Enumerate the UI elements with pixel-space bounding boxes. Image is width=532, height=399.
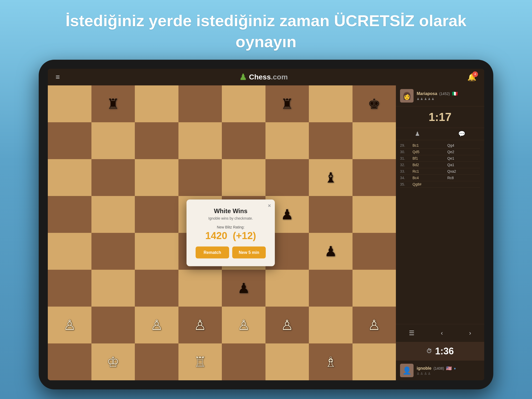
square-2-3[interactable]	[178, 159, 222, 196]
player-name: ignoble	[417, 366, 431, 371]
square-3-7[interactable]	[353, 196, 396, 233]
square-2-6[interactable]: ♝	[309, 159, 353, 196]
move-black: Rc8	[447, 176, 480, 180]
square-0-6[interactable]	[309, 85, 353, 122]
player-diamond-icon: ♦	[454, 366, 456, 370]
square-0-2[interactable]	[135, 85, 178, 122]
square-2-4[interactable]	[222, 159, 265, 196]
square-7-6[interactable]: ♗	[309, 343, 353, 380]
square-2-1[interactable]	[91, 159, 135, 196]
square-3-2[interactable]	[135, 196, 178, 233]
square-1-4[interactable]	[222, 122, 265, 159]
move-row[interactable]: 35. Qg8#	[400, 181, 480, 188]
move-row[interactable]: 33. Rc1 Qxa2	[400, 168, 480, 175]
square-1-6[interactable]	[309, 122, 353, 159]
square-0-5[interactable]: ♜	[265, 85, 309, 122]
moves-tab-icon[interactable]: ♟	[415, 131, 420, 137]
square-5-2[interactable]	[135, 270, 178, 307]
square-5-4[interactable]: ♟	[222, 270, 265, 307]
popup-close-button[interactable]: ×	[268, 203, 271, 209]
prev-move-button[interactable]: ‹	[437, 327, 447, 339]
square-7-3[interactable]: ♖	[178, 343, 222, 380]
square-1-2[interactable]	[135, 122, 178, 159]
square-7-5[interactable]	[265, 343, 309, 380]
square-0-7[interactable]: ♚	[353, 85, 396, 122]
move-white: Bc4	[413, 176, 445, 180]
square-6-4[interactable]: ♙	[222, 307, 265, 343]
square-5-1[interactable]	[91, 270, 135, 307]
square-5-5[interactable]	[265, 270, 309, 307]
opponent-rating: (1452)	[439, 92, 450, 96]
square-3-0[interactable]	[48, 196, 91, 233]
square-6-6[interactable]	[309, 307, 353, 343]
rematch-button[interactable]: Rematch	[196, 247, 229, 259]
move-row[interactable]: 31. Bf1 Qe1	[400, 155, 480, 162]
square-6-0[interactable]: ♙	[48, 307, 91, 343]
next-move-button[interactable]: ›	[465, 327, 475, 339]
square-1-1[interactable]	[91, 122, 135, 159]
square-5-3[interactable]	[178, 270, 222, 307]
opponent-name: Mariaposa	[417, 91, 437, 96]
square-5-0[interactable]	[48, 270, 91, 307]
move-row[interactable]: 30. Qd5 Qe2	[400, 149, 480, 155]
square-5-6[interactable]	[309, 270, 353, 307]
popup-rating: 1420 (+12)	[196, 230, 266, 241]
move-black: Qxa2	[447, 169, 480, 173]
move-row[interactable]: 29. Bc1 Qg4	[400, 142, 480, 149]
square-7-7[interactable]	[353, 343, 396, 380]
logo-chess-piece-icon: ♟	[239, 72, 247, 82]
square-4-2[interactable]	[135, 233, 178, 270]
square-2-7[interactable]	[353, 159, 396, 196]
square-0-1[interactable]: ♜	[91, 85, 135, 122]
popup-rating-label: New Blitz Rating:	[196, 225, 266, 229]
tablet-screen: ≡ ♟ Chess.com 🔔 4 ♜♜♚♝♟♟♟♙♙♙♙♙♙♔♖♗ ×	[48, 69, 484, 380]
square-1-5[interactable]	[265, 122, 309, 159]
piece-0-5: ♜	[281, 97, 293, 111]
piece-6-4: ♙	[237, 318, 250, 332]
move-row[interactable]: 34. Bc4 Rc8	[400, 175, 480, 181]
square-2-0[interactable]	[48, 159, 91, 196]
square-7-1[interactable]: ♔	[91, 343, 135, 380]
square-4-7[interactable]	[353, 233, 396, 270]
header-text: İstediğiniz yerde istediğiniz zaman ÜCRE…	[0, 0, 532, 57]
move-number: 31.	[400, 156, 410, 160]
player-info: 👤 ignoble (1408) 🇺🇸 ♦ ♙ ♙ ♙ ♙	[396, 360, 484, 380]
piece-6-2: ♙	[150, 318, 163, 332]
player-captured: ♙ ♙ ♙ ♙	[417, 372, 456, 375]
square-5-7[interactable]	[353, 270, 396, 307]
piece-0-1: ♜	[107, 97, 119, 111]
square-1-7[interactable]	[353, 122, 396, 159]
square-0-0[interactable]	[48, 85, 91, 122]
square-7-4[interactable]	[222, 343, 265, 380]
square-2-2[interactable]	[135, 159, 178, 196]
square-6-1[interactable]	[91, 307, 135, 343]
square-0-3[interactable]	[178, 85, 222, 122]
new-game-button[interactable]: New 5 min	[232, 247, 266, 259]
square-7-0[interactable]	[48, 343, 91, 380]
piece-0-7: ♚	[368, 97, 380, 111]
menu-icon[interactable]: ≡	[56, 73, 60, 81]
square-7-2[interactable]	[135, 343, 178, 380]
square-6-2[interactable]: ♙	[135, 307, 178, 343]
move-white: Bf1	[413, 156, 445, 160]
square-2-5[interactable]	[265, 159, 309, 196]
square-1-3[interactable]	[178, 122, 222, 159]
moves-list-button[interactable]: ☰	[405, 327, 419, 339]
square-3-6[interactable]	[309, 196, 353, 233]
opponent-captured: ♟ ♟ ♟ ♟ ♟	[417, 97, 458, 101]
square-4-0[interactable]	[48, 233, 91, 270]
square-3-1[interactable]	[91, 196, 135, 233]
chat-tab-icon[interactable]: 💬	[458, 131, 465, 137]
move-number: 32.	[400, 163, 410, 167]
move-row[interactable]: 32. Bd2 Qa1	[400, 162, 480, 168]
piece-5-4: ♟	[237, 281, 250, 295]
notification-icon[interactable]: 🔔 4	[467, 73, 476, 82]
square-4-6[interactable]: ♟	[309, 233, 353, 270]
square-1-0[interactable]	[48, 122, 91, 159]
square-6-5[interactable]: ♙	[265, 307, 309, 343]
square-6-7[interactable]: ♙	[353, 307, 396, 343]
square-0-4[interactable]	[222, 85, 265, 122]
square-6-3[interactable]: ♙	[178, 307, 222, 343]
square-4-1[interactable]	[91, 233, 135, 270]
notification-badge: 4	[472, 71, 478, 77]
